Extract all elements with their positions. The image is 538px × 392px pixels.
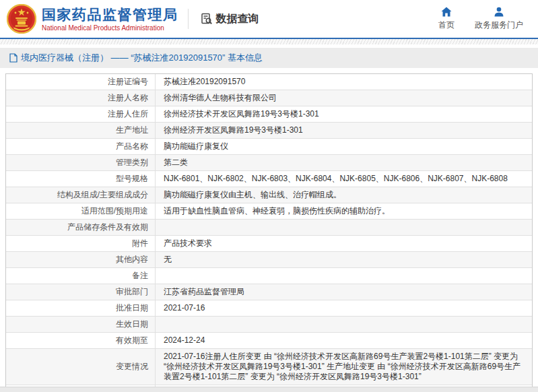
row-label: 其他内容: [6, 252, 156, 267]
nav-label: 首页: [438, 20, 455, 31]
header-divider: [188, 9, 189, 29]
table-row: 适用范围/预期用途适用于缺血性脑血管病、神经衰弱，脑损伤性疾病的辅助治疗。: [6, 203, 532, 220]
table-row: 附件产品技术要求: [6, 236, 532, 252]
row-label: 有效期至: [6, 333, 156, 348]
row-value: 脑功能磁疗康复仪由主机、输出线、治疗帽组成。: [156, 187, 532, 203]
table-row: 生效日期: [6, 317, 532, 333]
row-label: 产品储存条件及有效期: [6, 220, 156, 235]
nav-item-gov-portal[interactable]: 政务服务门户: [475, 7, 523, 31]
row-value: [156, 317, 532, 332]
footer-strip: [0, 387, 538, 392]
row-value: [156, 220, 532, 235]
table-row: 有效期至2024-12-24: [6, 333, 532, 349]
home-icon: [441, 7, 452, 17]
site-title: 国家药品监督管理局: [42, 7, 178, 23]
row-label: 审批部门: [6, 284, 156, 300]
row-label: 批准日期: [6, 300, 156, 316]
hatch-band: [0, 39, 538, 44]
data-query-entry[interactable]: 数据查询: [201, 12, 259, 26]
table-row: 审批部门江苏省药品监督管理局: [6, 284, 532, 300]
row-value: 徐州清华德人生物科技有限公司: [156, 90, 532, 106]
row-label: 适用范围/预期用途: [6, 203, 156, 219]
table-row: 型号规格NJK-6801、NJK-6802、NJK-6803、NJK-6804、…: [6, 171, 532, 187]
table-row: 管理类别第二类: [6, 155, 532, 171]
row-value: 2021-07-16: [156, 300, 532, 316]
nav-item-home[interactable]: 首页: [438, 7, 455, 31]
site-logo[interactable]: 国家药品监督管理局 National Medical Products Admi…: [7, 4, 178, 34]
row-value: 脑功能磁疗康复仪: [156, 139, 532, 154]
row-label: 管理类别: [6, 155, 156, 170]
table-row: 注册人名称徐州清华德人生物科技有限公司: [6, 90, 532, 106]
info-table: 注册证编号苏械注准20192091570注册人名称徐州清华德人生物科技有限公司注…: [5, 73, 533, 392]
row-value: 2024-12-24: [156, 333, 532, 348]
breadcrumb: 境内医疗器械（注册） —— “苏械注准20192091570” 基本信息: [0, 48, 538, 68]
breadcrumb-text: 境内医疗器械（注册） —— “苏械注准20192091570” 基本信息: [21, 52, 263, 64]
table-row: 变更情况2021-07-16注册人住所变更 由 “徐州经济技术开发区高新路69号…: [6, 349, 532, 385]
row-value: 适用于缺血性脑血管病、神经衰弱，脑损伤性疾病的辅助治疗。: [156, 203, 532, 219]
site-subtitle: National Medical Products Administration: [42, 24, 178, 32]
table-row: 生产地址徐州经济开发区凤舞路19号3号楼1-301: [6, 123, 532, 139]
row-value: 徐州经济开发区凤舞路19号3号楼1-301: [156, 123, 532, 138]
data-query-label: 数据查询: [216, 12, 259, 26]
table-row: 备注: [6, 268, 532, 284]
document-icon: [9, 53, 18, 63]
row-label: 变更情况: [6, 349, 156, 385]
row-label: 生产地址: [6, 123, 156, 138]
row-label: 结构及组成/主要组成成分: [6, 187, 156, 203]
table-row: 注册证编号苏械注准20192091570: [6, 74, 532, 90]
row-value: [156, 268, 532, 284]
table-row: 批准日期2021-07-16: [6, 300, 532, 317]
table-row: 注册人住所徐州经济技术开发区凤舞路19号3号楼1-301: [6, 106, 532, 123]
row-label: 备注: [6, 268, 156, 284]
row-value: 产品技术要求: [156, 236, 532, 251]
row-value: NJK-6801、NJK-6802、NJK-6803、NJK-6804、NJK-…: [156, 171, 532, 187]
table-row: 其他内容无: [6, 252, 532, 268]
top-nav: 首页 政务服务门户: [438, 7, 529, 31]
row-value: 无: [156, 252, 532, 267]
nav-label: 政务服务门户: [475, 20, 523, 31]
national-emblem-icon: [7, 4, 36, 34]
row-value: 苏械注准20192091570: [156, 74, 532, 90]
row-label: 注册人住所: [6, 106, 156, 122]
row-value: 江苏省药品监督管理局: [156, 284, 532, 300]
table-row: 产品名称脑功能磁疗康复仪: [6, 139, 532, 155]
row-label: 产品名称: [6, 139, 156, 154]
row-value: 第二类: [156, 155, 532, 170]
row-value: 徐州经济技术开发区凤舞路19号3号楼1-301: [156, 106, 532, 122]
row-value: 2021-07-16注册人住所变更 由 “徐州经济技术开发区高新路69号生产装置…: [156, 349, 532, 385]
row-label: 注册人名称: [6, 90, 156, 106]
table-row: 结构及组成/主要组成成分脑功能磁疗康复仪由主机、输出线、治疗帽组成。: [6, 187, 532, 203]
row-label: 型号规格: [6, 171, 156, 187]
row-label: 注册证编号: [6, 74, 156, 90]
data-query-icon: [201, 13, 213, 25]
header: 国家药品监督管理局 National Medical Products Admi…: [0, 0, 538, 39]
user-icon: [494, 7, 504, 17]
row-label: 附件: [6, 236, 156, 251]
row-label: 生效日期: [6, 317, 156, 332]
table-row: 产品储存条件及有效期: [6, 220, 532, 236]
